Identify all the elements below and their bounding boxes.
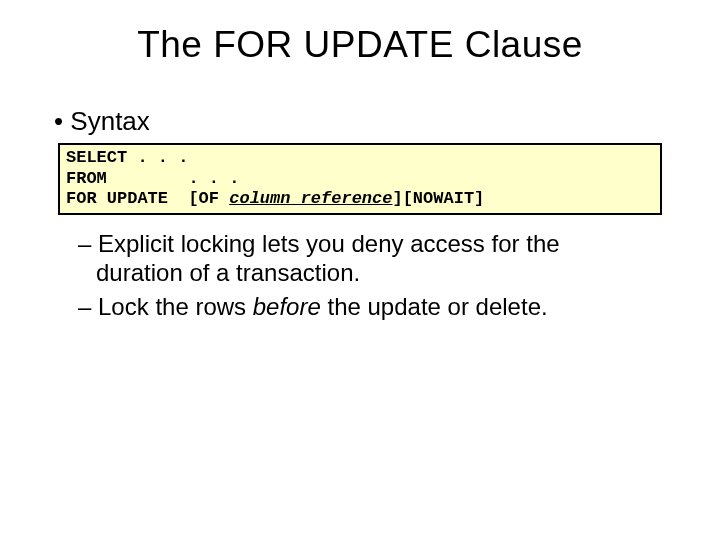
code-column-reference: column_reference	[229, 189, 392, 208]
syntax-code-box: SELECT . . . FROM . . . FOR UPDATE [OF c…	[58, 143, 662, 215]
point-lock-rows: – Lock the rows before the update or del…	[78, 292, 630, 321]
slide: The FOR UPDATE Clause • Syntax SELECT . …	[0, 0, 720, 540]
syntax-heading: • Syntax	[54, 106, 680, 137]
point-lock-rows-em: before	[253, 293, 321, 320]
point-explicit-locking: – Explicit locking lets you deny access …	[78, 229, 630, 288]
code-line-3b: ][NOWAIT]	[392, 189, 484, 208]
point-lock-rows-b: the update or delete.	[321, 293, 548, 320]
code-line-2: FROM . . .	[66, 169, 239, 188]
code-line-3a: FOR UPDATE [OF	[66, 189, 229, 208]
code-line-1: SELECT . . .	[66, 148, 188, 167]
point-lock-rows-a: – Lock the rows	[78, 293, 253, 320]
slide-title: The FOR UPDATE Clause	[40, 24, 680, 66]
